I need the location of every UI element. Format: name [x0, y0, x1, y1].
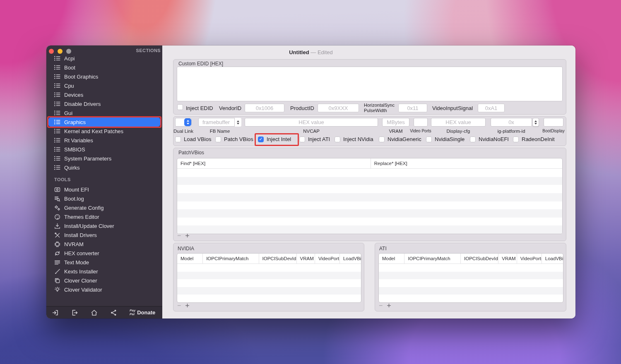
clover-configurator-window: Untitled — Edited SECTIONS Acpi Boot Boo… — [46, 46, 575, 318]
table-row[interactable] — [177, 169, 562, 177]
table-row[interactable] — [177, 295, 361, 302]
tool-install-update-clover[interactable]: Install/Update Clover — [46, 221, 162, 230]
tool-generate-config[interactable]: Generate Config — [46, 203, 162, 212]
sidebar-item-graphics[interactable]: Graphics — [48, 117, 160, 127]
sidebar-item-acpi[interactable]: Acpi — [46, 54, 162, 63]
sidebar-item-label: Devices — [64, 92, 83, 98]
custom-edid-textarea[interactable] — [177, 67, 563, 101]
ig-platform-id-field[interactable] — [491, 118, 532, 127]
video-input-signal-label: VideoInputSignal — [432, 105, 473, 111]
sidebar-item-label: System Parameters — [64, 156, 111, 162]
inject-edid-checkbox[interactable] — [177, 104, 183, 112]
inject-nvidia-checkbox[interactable]: Inject NVidia — [335, 136, 373, 142]
inject-intel-checkbox[interactable]: Inject Intel — [258, 136, 291, 142]
sidebar-item-cpu[interactable]: Cpu — [46, 81, 162, 90]
table-row[interactable] — [379, 295, 563, 302]
load-vbios-checkbox[interactable]: Load VBios — [175, 136, 212, 142]
boot-display-field[interactable] — [544, 118, 563, 127]
tool-mount-efi[interactable]: Mount EFI — [46, 185, 162, 194]
video-ports-cluster: Video Ports — [414, 118, 428, 127]
vendor-id-label: VendorID — [219, 105, 241, 111]
ig-platform-id-stepper[interactable] — [532, 118, 539, 127]
import-config-icon[interactable] — [52, 309, 59, 316]
nvidia-generic-checkbox[interactable]: NvidiaGeneric — [379, 136, 421, 142]
vram-field[interactable] — [382, 118, 409, 127]
table-row[interactable] — [177, 225, 562, 234]
nvidia-row-controls: − + — [177, 302, 190, 309]
tool-label: NVRAM — [64, 241, 84, 247]
table-row[interactable] — [177, 209, 562, 218]
nvcap-field[interactable] — [245, 118, 378, 127]
product-id-field[interactable] — [318, 104, 359, 113]
hsync-field-wrap — [398, 104, 427, 113]
nvidia-noefi-checkbox[interactable]: NvidiaNoEFI — [470, 136, 509, 142]
export-config-icon[interactable] — [71, 309, 78, 316]
tool-themes-editor[interactable]: Themes Editor — [46, 212, 162, 221]
sidebar-item-quirks[interactable]: Quirks — [46, 163, 162, 172]
sidebar-item-kernel-kext-patches[interactable]: Kernel and Kext Patches — [46, 127, 162, 136]
tool-text-mode[interactable]: Text Mode — [46, 258, 162, 267]
add-row-button[interactable]: + — [185, 302, 190, 309]
minimize-button[interactable] — [58, 49, 63, 54]
sidebar-item-rt-variables[interactable]: Rt Variables — [46, 136, 162, 145]
table-row[interactable] — [177, 264, 361, 272]
sidebar-item-devices[interactable]: Devices — [46, 90, 162, 99]
add-row-button[interactable]: + — [185, 232, 190, 239]
sidebar-item-system-parameters[interactable]: System Parameters — [46, 154, 162, 163]
fb-name-label: FB Name — [210, 129, 230, 134]
table-row[interactable] — [379, 264, 563, 272]
patch-vbios-table[interactable]: Find* [HEX] Replace* [HEX] — [177, 158, 563, 234]
sidebar-item-disable-drivers[interactable]: Disable Drivers — [46, 99, 162, 108]
table-row[interactable] — [177, 218, 562, 226]
fb-name-stepper[interactable] — [234, 118, 241, 127]
remove-row-button[interactable]: − — [379, 302, 383, 309]
tool-boot-log[interactable]: Boot.log — [46, 194, 162, 203]
sidebar-item-boot-graphics[interactable]: Boot Graphics — [46, 72, 162, 81]
table-row[interactable] — [177, 177, 562, 185]
patch-vbios-label: PatchVBios — [178, 150, 204, 156]
table-row[interactable] — [177, 193, 562, 201]
column-model: Model — [379, 254, 404, 263]
share-icon[interactable] — [110, 309, 117, 316]
sidebar-item-label: Gui — [64, 110, 72, 116]
nvidia-table[interactable]: Model IOPCIPrimaryMatch IOPCISubDevId VR… — [177, 253, 361, 303]
custom-edid-panel: Custom EDID [HEX] Inject EDID VendorID P… — [173, 59, 566, 115]
donate-button[interactable]: Pay Pal Donate — [130, 309, 155, 316]
patch-vbios-checkbox[interactable]: Patch VBios — [215, 136, 253, 142]
video-ports-field[interactable] — [414, 118, 428, 127]
hsync-field[interactable] — [398, 104, 427, 113]
video-input-signal-field[interactable] — [478, 104, 505, 113]
tool-clover-cloner[interactable]: Clover Cloner — [46, 276, 162, 285]
table-row[interactable] — [177, 185, 562, 193]
table-row[interactable] — [379, 287, 563, 295]
remove-row-button[interactable]: − — [177, 232, 181, 239]
inject-ati-checkbox[interactable]: Inject ATI — [299, 136, 330, 142]
close-button[interactable] — [49, 49, 54, 54]
tool-nvram[interactable]: NVRAM — [46, 239, 162, 249]
dual-link-label: Dual Link — [173, 129, 193, 134]
table-row[interactable] — [177, 201, 562, 210]
table-row[interactable] — [379, 279, 563, 287]
table-row[interactable] — [177, 272, 361, 280]
display-cfg-field[interactable] — [431, 118, 486, 127]
home-icon[interactable] — [91, 309, 98, 316]
nvidia-single-checkbox[interactable]: NvidiaSingle — [426, 136, 465, 142]
tool-hex-converter[interactable]: HEX converter — [46, 249, 162, 258]
ati-table[interactable]: Model IOPCIPrimaryMatch IOPCISubDevId VR… — [378, 253, 563, 303]
sidebar-item-gui[interactable]: Gui — [46, 108, 162, 117]
sidebar-item-boot[interactable]: Boot — [46, 63, 162, 72]
ig-platform-id-cluster: ig-platform-id — [491, 118, 532, 127]
remove-row-button[interactable]: − — [177, 302, 181, 309]
tool-label: Boot.log — [64, 196, 84, 202]
vendor-id-field[interactable] — [245, 104, 284, 113]
table-row[interactable] — [379, 272, 563, 280]
sidebar-item-smbios[interactable]: SMBIOS — [46, 145, 162, 154]
table-row[interactable] — [177, 287, 361, 295]
tool-install-drivers[interactable]: Install Drivers — [46, 230, 162, 239]
radeon-deinit-checkbox[interactable]: RadeonDeInit — [513, 136, 555, 142]
dual-link-stepper[interactable] — [184, 118, 191, 126]
tool-clover-validator[interactable]: Clover Validator — [46, 285, 162, 294]
tool-kexts-installer[interactable]: Kexts Installer — [46, 267, 162, 276]
add-row-button[interactable]: + — [387, 302, 391, 309]
table-row[interactable] — [177, 279, 361, 287]
